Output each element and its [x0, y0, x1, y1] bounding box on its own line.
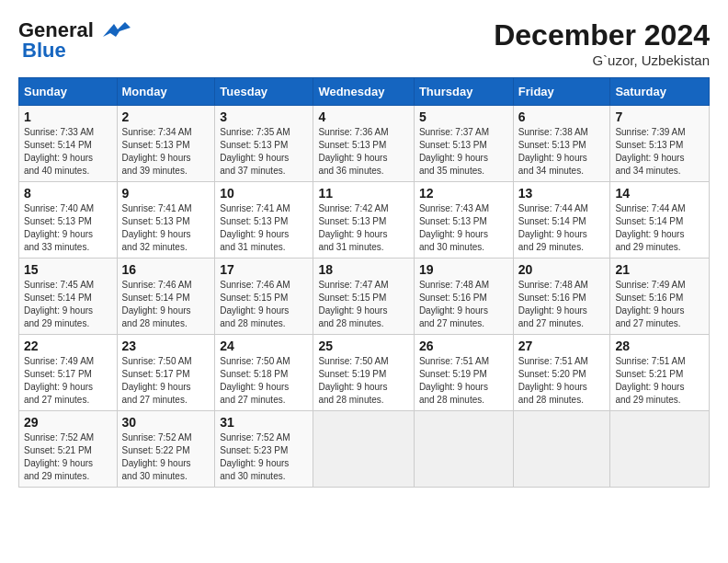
day-info: Sunrise: 7:41 AM Sunset: 5:13 PM Dayligh…	[122, 202, 210, 254]
calendar-cell: 31Sunrise: 7:52 AM Sunset: 5:23 PM Dayli…	[215, 411, 313, 488]
day-number: 20	[518, 262, 606, 277]
day-info: Sunrise: 7:50 AM Sunset: 5:18 PM Dayligh…	[220, 355, 308, 407]
day-number: 7	[615, 109, 704, 124]
day-number: 19	[419, 262, 508, 277]
calendar-cell: 29Sunrise: 7:52 AM Sunset: 5:21 PM Dayli…	[19, 411, 118, 488]
day-number: 17	[220, 262, 308, 277]
day-number: 10	[220, 186, 308, 201]
page-header: General Blue December 2024 G`uzor, Uzbek…	[18, 18, 710, 68]
calendar-cell	[513, 411, 610, 488]
day-number: 5	[419, 109, 508, 124]
day-info: Sunrise: 7:50 AM Sunset: 5:19 PM Dayligh…	[318, 355, 408, 407]
day-number: 24	[220, 339, 308, 353]
day-number: 14	[615, 186, 704, 201]
weekday-header-tuesday: Tuesday	[215, 78, 313, 106]
calendar-week-2: 8Sunrise: 7:40 AM Sunset: 5:13 PM Daylig…	[19, 182, 710, 259]
calendar-cell: 19Sunrise: 7:48 AM Sunset: 5:16 PM Dayli…	[414, 259, 513, 335]
calendar-cell: 24Sunrise: 7:50 AM Sunset: 5:18 PM Dayli…	[215, 335, 313, 411]
day-info: Sunrise: 7:48 AM Sunset: 5:16 PM Dayligh…	[518, 279, 606, 330]
day-info: Sunrise: 7:38 AM Sunset: 5:13 PM Dayligh…	[518, 126, 606, 178]
day-info: Sunrise: 7:44 AM Sunset: 5:14 PM Dayligh…	[615, 202, 704, 254]
day-number: 4	[318, 109, 408, 124]
day-info: Sunrise: 7:49 AM Sunset: 5:17 PM Dayligh…	[24, 355, 112, 407]
day-number: 11	[318, 186, 408, 201]
calendar-week-4: 22Sunrise: 7:49 AM Sunset: 5:17 PM Dayli…	[19, 335, 710, 411]
logo-bird-icon	[96, 20, 131, 40]
day-info: Sunrise: 7:46 AM Sunset: 5:14 PM Dayligh…	[122, 279, 210, 330]
day-number: 16	[122, 262, 210, 277]
day-number: 9	[122, 186, 210, 201]
calendar-cell: 26Sunrise: 7:51 AM Sunset: 5:19 PM Dayli…	[414, 335, 513, 411]
day-info: Sunrise: 7:43 AM Sunset: 5:13 PM Dayligh…	[419, 202, 508, 254]
calendar-cell: 11Sunrise: 7:42 AM Sunset: 5:13 PM Dayli…	[313, 182, 414, 259]
svg-marker-0	[103, 22, 131, 37]
calendar-cell: 5Sunrise: 7:37 AM Sunset: 5:13 PM Daylig…	[414, 106, 513, 182]
calendar-week-1: 1Sunrise: 7:33 AM Sunset: 5:14 PM Daylig…	[19, 106, 710, 182]
month-title: December 2024	[494, 18, 710, 52]
calendar-cell: 13Sunrise: 7:44 AM Sunset: 5:14 PM Dayli…	[513, 182, 610, 259]
day-number: 2	[122, 109, 210, 124]
logo-blue: Blue	[22, 39, 66, 63]
calendar-cell: 16Sunrise: 7:46 AM Sunset: 5:14 PM Dayli…	[117, 259, 215, 335]
weekday-header-thursday: Thursday	[414, 78, 513, 106]
day-info: Sunrise: 7:52 AM Sunset: 5:21 PM Dayligh…	[24, 431, 112, 483]
day-number: 29	[24, 415, 112, 430]
day-info: Sunrise: 7:41 AM Sunset: 5:13 PM Dayligh…	[220, 202, 308, 254]
calendar-cell: 22Sunrise: 7:49 AM Sunset: 5:17 PM Dayli…	[19, 335, 118, 411]
calendar-cell: 28Sunrise: 7:51 AM Sunset: 5:21 PM Dayli…	[610, 335, 710, 411]
day-number: 18	[318, 262, 408, 277]
day-info: Sunrise: 7:33 AM Sunset: 5:14 PM Dayligh…	[24, 126, 112, 178]
day-info: Sunrise: 7:44 AM Sunset: 5:14 PM Dayligh…	[518, 202, 606, 254]
day-info: Sunrise: 7:39 AM Sunset: 5:13 PM Dayligh…	[615, 126, 704, 178]
day-number: 6	[518, 109, 606, 124]
calendar-cell	[610, 411, 710, 488]
calendar-header: SundayMondayTuesdayWednesdayThursdayFrid…	[19, 78, 710, 106]
day-info: Sunrise: 7:48 AM Sunset: 5:16 PM Dayligh…	[419, 279, 508, 330]
weekday-header-monday: Monday	[117, 78, 215, 106]
calendar-week-3: 15Sunrise: 7:45 AM Sunset: 5:14 PM Dayli…	[19, 259, 710, 335]
calendar-cell: 14Sunrise: 7:44 AM Sunset: 5:14 PM Dayli…	[610, 182, 710, 259]
calendar-cell: 4Sunrise: 7:36 AM Sunset: 5:13 PM Daylig…	[313, 106, 414, 182]
day-number: 3	[220, 109, 308, 124]
day-number: 13	[518, 186, 606, 201]
weekday-header-sunday: Sunday	[19, 78, 118, 106]
calendar-cell: 1Sunrise: 7:33 AM Sunset: 5:14 PM Daylig…	[19, 106, 118, 182]
day-number: 1	[24, 109, 112, 124]
calendar-cell: 30Sunrise: 7:52 AM Sunset: 5:22 PM Dayli…	[117, 411, 215, 488]
calendar-cell: 25Sunrise: 7:50 AM Sunset: 5:19 PM Dayli…	[313, 335, 414, 411]
calendar-cell: 27Sunrise: 7:51 AM Sunset: 5:20 PM Dayli…	[513, 335, 610, 411]
day-info: Sunrise: 7:50 AM Sunset: 5:17 PM Dayligh…	[122, 355, 210, 407]
calendar-body: 1Sunrise: 7:33 AM Sunset: 5:14 PM Daylig…	[19, 106, 710, 488]
calendar-cell: 3Sunrise: 7:35 AM Sunset: 5:13 PM Daylig…	[215, 106, 313, 182]
day-info: Sunrise: 7:34 AM Sunset: 5:13 PM Dayligh…	[122, 126, 210, 178]
day-info: Sunrise: 7:35 AM Sunset: 5:13 PM Dayligh…	[220, 126, 308, 178]
day-number: 15	[24, 262, 112, 277]
weekday-header-wednesday: Wednesday	[313, 78, 414, 106]
calendar-cell: 21Sunrise: 7:49 AM Sunset: 5:16 PM Dayli…	[610, 259, 710, 335]
day-number: 26	[419, 339, 508, 353]
calendar-cell: 17Sunrise: 7:46 AM Sunset: 5:15 PM Dayli…	[215, 259, 313, 335]
day-number: 22	[24, 339, 112, 353]
day-info: Sunrise: 7:37 AM Sunset: 5:13 PM Dayligh…	[419, 126, 508, 178]
day-info: Sunrise: 7:45 AM Sunset: 5:14 PM Dayligh…	[24, 279, 112, 330]
weekday-header-row: SundayMondayTuesdayWednesdayThursdayFrid…	[19, 78, 710, 106]
weekday-header-friday: Friday	[513, 78, 610, 106]
calendar-cell: 8Sunrise: 7:40 AM Sunset: 5:13 PM Daylig…	[19, 182, 118, 259]
calendar-cell: 2Sunrise: 7:34 AM Sunset: 5:13 PM Daylig…	[117, 106, 215, 182]
calendar-cell: 6Sunrise: 7:38 AM Sunset: 5:13 PM Daylig…	[513, 106, 610, 182]
calendar-week-5: 29Sunrise: 7:52 AM Sunset: 5:21 PM Dayli…	[19, 411, 710, 488]
day-number: 23	[122, 339, 210, 353]
day-number: 30	[122, 415, 210, 430]
calendar-cell	[414, 411, 513, 488]
day-number: 28	[615, 339, 704, 353]
day-info: Sunrise: 7:49 AM Sunset: 5:16 PM Dayligh…	[615, 279, 704, 330]
weekday-header-saturday: Saturday	[610, 78, 710, 106]
title-section: December 2024 G`uzor, Uzbekistan	[494, 18, 710, 68]
day-info: Sunrise: 7:51 AM Sunset: 5:20 PM Dayligh…	[518, 355, 606, 407]
day-info: Sunrise: 7:46 AM Sunset: 5:15 PM Dayligh…	[220, 279, 308, 330]
day-number: 8	[24, 186, 112, 201]
day-info: Sunrise: 7:52 AM Sunset: 5:22 PM Dayligh…	[122, 431, 210, 483]
calendar-cell: 18Sunrise: 7:47 AM Sunset: 5:15 PM Dayli…	[313, 259, 414, 335]
day-info: Sunrise: 7:47 AM Sunset: 5:15 PM Dayligh…	[318, 279, 408, 330]
day-info: Sunrise: 7:40 AM Sunset: 5:13 PM Dayligh…	[24, 202, 112, 254]
